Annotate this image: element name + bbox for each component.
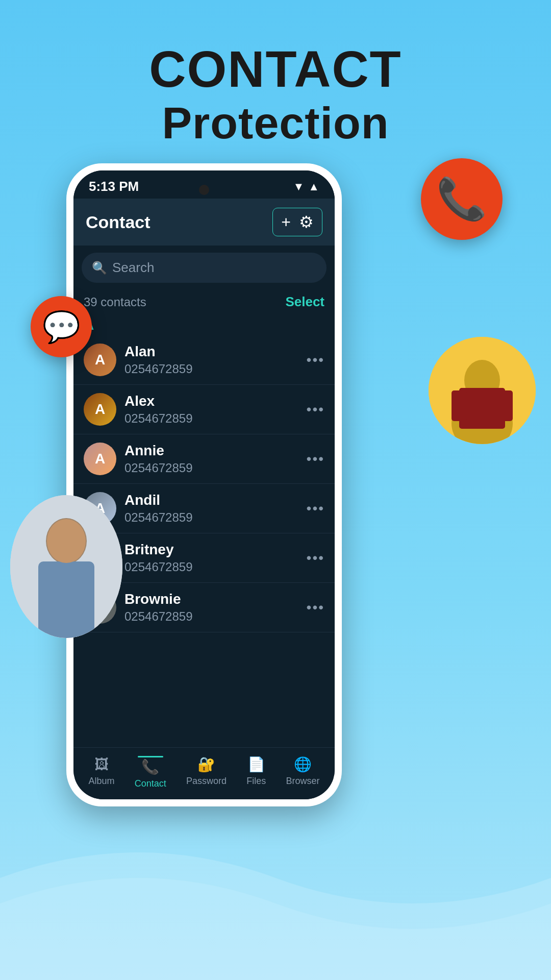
- contacts-count: 39 contacts: [84, 295, 146, 309]
- contact-item-alex[interactable]: A Alex 0254672859 •••: [73, 385, 335, 434]
- files-icon: 📄: [247, 756, 265, 773]
- svg-rect-4: [452, 390, 467, 421]
- nav-item-browser[interactable]: 🌐 Browser: [286, 756, 319, 789]
- contact-info-brownie: Brownie 0254672859: [124, 591, 298, 624]
- search-icon: 🔍: [92, 261, 107, 275]
- password-icon: 🔐: [197, 756, 215, 773]
- avatar-alan: A: [84, 344, 116, 376]
- person-photo-left: [10, 495, 122, 638]
- contact-name-annie: Annie: [124, 443, 298, 459]
- svg-rect-5: [497, 390, 513, 421]
- add-contact-button[interactable]: +: [281, 213, 291, 232]
- contact-phone-annie: 0254672859: [124, 461, 298, 475]
- album-icon: 🖼: [94, 756, 109, 773]
- contact-phone-andil: 0254672859: [124, 510, 298, 525]
- phone-mockup: 5:13 PM ▼ ▲ Contact + ⚙ 🔍 Search: [66, 163, 342, 806]
- contact-info-britney: Britney 0254672859: [124, 542, 298, 574]
- contact-name-brownie: Brownie: [124, 591, 298, 607]
- contact-name-britney: Britney: [124, 542, 298, 558]
- app-title: Contact: [86, 212, 151, 232]
- more-options-britney[interactable]: •••: [307, 550, 324, 566]
- svg-point-9: [47, 519, 86, 563]
- more-options-alan[interactable]: •••: [307, 352, 324, 368]
- contact-name-alan: Alan: [124, 344, 298, 360]
- more-options-annie[interactable]: •••: [307, 451, 324, 467]
- contact-info-alex: Alex 0254672859: [124, 393, 298, 426]
- contacts-meta: 39 contacts Select: [73, 290, 335, 314]
- browser-icon: 🌐: [294, 756, 312, 773]
- person-photo-right: [429, 337, 536, 444]
- contact-info-alan: Alan 0254672859: [124, 344, 298, 376]
- bottom-nav: 🖼 Album 📞 Contact 🔐 Password 📄 Files: [73, 747, 335, 799]
- select-button[interactable]: Select: [285, 294, 324, 310]
- more-options-alex[interactable]: •••: [307, 401, 324, 418]
- status-time: 5:13 PM: [89, 179, 139, 194]
- phone-icon: 📞: [436, 175, 487, 223]
- contact-info-annie: Annie 0254672859: [124, 443, 298, 475]
- float-message-button[interactable]: 💬: [31, 296, 92, 357]
- nav-label-files: Files: [246, 776, 266, 787]
- camera-dot: [199, 185, 209, 195]
- float-phone-button[interactable]: 📞: [421, 158, 503, 240]
- section-letter-a: A: [73, 314, 335, 335]
- nav-active-indicator: [138, 756, 163, 757]
- nav-item-contact[interactable]: 📞 Contact: [135, 756, 166, 789]
- status-icons: ▼ ▲: [293, 180, 319, 193]
- contact-phone-alex: 0254672859: [124, 411, 298, 426]
- nav-item-password[interactable]: 🔐 Password: [186, 756, 227, 789]
- contact-icon: 📞: [141, 758, 159, 775]
- contact-item-alan[interactable]: A Alan 0254672859 •••: [73, 335, 335, 385]
- wifi-icon: ▼: [293, 180, 304, 193]
- contact-name-andil: Andil: [124, 492, 298, 508]
- nav-label-password: Password: [186, 776, 227, 787]
- contact-info-andil: Andil 0254672859: [124, 492, 298, 525]
- svg-rect-8: [38, 561, 94, 638]
- contact-item-annie[interactable]: A Annie 0254672859 •••: [73, 434, 335, 484]
- settings-button[interactable]: ⚙: [299, 212, 314, 232]
- contact-phone-britney: 0254672859: [124, 560, 298, 574]
- app-header: Contact + ⚙: [73, 199, 335, 246]
- contact-phone-brownie: 0254672859: [124, 609, 298, 624]
- nav-label-browser: Browser: [286, 776, 319, 787]
- contact-name-alex: Alex: [124, 393, 298, 409]
- avatar-alex: A: [84, 393, 116, 426]
- nav-item-album[interactable]: 🖼 Album: [89, 756, 115, 789]
- search-placeholder: Search: [112, 260, 154, 276]
- nav-label-album: Album: [89, 776, 115, 787]
- contact-phone-alan: 0254672859: [124, 362, 298, 376]
- message-icon: 💬: [42, 309, 81, 345]
- status-bar: 5:13 PM ▼ ▲: [73, 170, 335, 199]
- signal-icon: ▲: [308, 180, 319, 193]
- page-header: CONTACT Protection: [0, 0, 551, 149]
- more-options-brownie[interactable]: •••: [307, 599, 324, 616]
- more-options-andil[interactable]: •••: [307, 500, 324, 517]
- avatar-annie: A: [84, 443, 116, 475]
- page-title: CONTACT: [0, 41, 551, 97]
- nav-label-contact: Contact: [135, 778, 166, 789]
- nav-item-files[interactable]: 📄 Files: [246, 756, 266, 789]
- page-subtitle: Protection: [0, 97, 551, 149]
- search-bar[interactable]: 🔍 Search: [82, 253, 327, 283]
- header-actions: + ⚙: [272, 208, 322, 236]
